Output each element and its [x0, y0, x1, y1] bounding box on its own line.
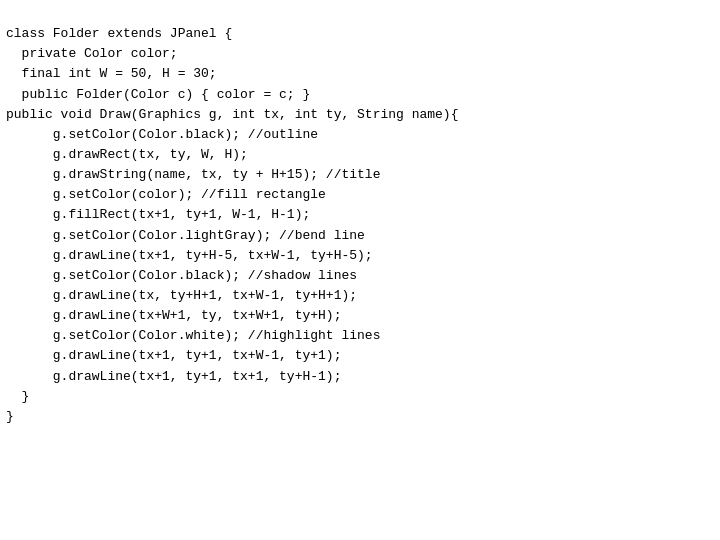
code-line: g.setColor(color); //fill rectangle	[6, 185, 714, 205]
code-line: g.drawLine(tx+W+1, ty, tx+W+1, ty+H);	[6, 306, 714, 326]
code-line: private Color color;	[6, 44, 714, 64]
code-line: g.setColor(Color.black); //outline	[6, 125, 714, 145]
code-line: g.drawLine(tx, ty+H+1, tx+W-1, ty+H+1);	[6, 286, 714, 306]
code-line: }	[6, 407, 714, 427]
code-line: g.drawString(name, tx, ty + H+15); //tit…	[6, 165, 714, 185]
code-line: class Folder extends JPanel {	[6, 24, 714, 44]
code-line: public Folder(Color c) { color = c; }	[6, 85, 714, 105]
code-line: g.setColor(Color.black); //shadow lines	[6, 266, 714, 286]
code-line: final int W = 50, H = 30;	[6, 64, 714, 84]
code-line: }	[6, 387, 714, 407]
code-line: g.drawRect(tx, ty, W, H);	[6, 145, 714, 165]
code-line: g.drawLine(tx+1, ty+1, tx+W-1, ty+1);	[6, 346, 714, 366]
code-line: g.setColor(Color.white); //highlight lin…	[6, 326, 714, 346]
code-line: g.drawLine(tx+1, ty+1, tx+1, ty+H-1);	[6, 367, 714, 387]
code-editor: class Folder extends JPanel { private Co…	[0, 0, 720, 540]
code-line: g.setColor(Color.lightGray); //bend line	[6, 226, 714, 246]
code-line: public void Draw(Graphics g, int tx, int…	[6, 105, 714, 125]
code-line: g.fillRect(tx+1, ty+1, W-1, H-1);	[6, 205, 714, 225]
code-line: g.drawLine(tx+1, ty+H-5, tx+W-1, ty+H-5)…	[6, 246, 714, 266]
